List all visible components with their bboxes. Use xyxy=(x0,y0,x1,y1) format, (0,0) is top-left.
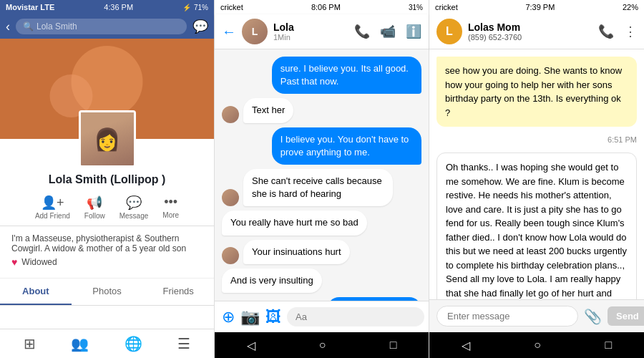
back-nav-icon3[interactable]: ◁ xyxy=(462,339,470,352)
sent-message3: Oh thanks.. I was hoping she would get t… xyxy=(436,153,637,299)
profile-name: Lola Smith (Lollipop ) xyxy=(0,173,214,186)
more-button[interactable]: ••• More xyxy=(162,195,179,220)
follow-button[interactable]: 📢 Follow xyxy=(84,195,105,220)
chat-header-panel2: ← L Lola 1Min 📞 📹 ℹ️ xyxy=(215,14,429,49)
add-friend-button[interactable]: 👤+ Add Friend xyxy=(35,195,70,220)
home-nav-icon2[interactable]: ○ xyxy=(319,339,326,352)
message-input2[interactable] xyxy=(287,307,424,326)
home-icon[interactable]: ⊞ xyxy=(24,335,36,352)
message-text3: Oh thanks.. I was hoping she would get t… xyxy=(446,162,627,299)
message-text: You really have hurt me so bad xyxy=(230,217,358,228)
add-icon2[interactable]: ⊕ xyxy=(222,308,235,326)
relationship-status: Widowed xyxy=(21,257,57,267)
message-row: You really have hurt me so bad xyxy=(222,211,421,235)
message-text: sure. I believe you. Its all good. Past … xyxy=(280,63,409,87)
profile-avatar: 👩 xyxy=(79,110,136,168)
menu-icon[interactable]: ☰ xyxy=(177,335,190,352)
tab-about[interactable]: About xyxy=(0,279,72,305)
search-icon: 🔍 xyxy=(23,21,34,32)
phone-icon2[interactable]: 📞 xyxy=(354,24,370,39)
image-icon2[interactable]: 🖼 xyxy=(265,308,281,326)
message-text: And is very insulting xyxy=(230,275,313,286)
more-label: More xyxy=(162,211,179,219)
sms-chat-panel: cricket 7:39 PM 22% L Lolas Mom (859) 65… xyxy=(429,0,644,358)
battery-label3: 22% xyxy=(623,3,638,11)
input-bar2: ⊕ 📷 🖼 😊 👍 xyxy=(215,301,429,332)
home-nav-icon3[interactable]: ○ xyxy=(534,339,541,352)
info-icon2[interactable]: ℹ️ xyxy=(406,24,421,39)
globe-icon[interactable]: 🌐 xyxy=(125,335,142,352)
battery-label2: 31% xyxy=(409,4,423,11)
bottom-nav-panel1: ⊞ 👥 🌐 ☰ xyxy=(0,329,214,358)
video-icon2[interactable]: 📹 xyxy=(380,24,396,39)
sender-avatar xyxy=(222,247,239,264)
bio-content: I'm a Masseuse, physiotherapist & Southe… xyxy=(11,233,203,253)
sent-bubble: sure. I believe you. Its all good. Past … xyxy=(272,57,421,94)
recents-nav-icon2[interactable]: □ xyxy=(390,339,397,352)
received-bubble: Your insinuations hurt xyxy=(243,240,350,264)
back-button[interactable]: ‹ xyxy=(6,19,10,34)
avatar-image: 👩 xyxy=(81,112,134,165)
received-bubble: And is very insulting xyxy=(222,268,322,293)
friends-nav-icon[interactable]: 👥 xyxy=(71,335,89,352)
more-icon3[interactable]: ⋮ xyxy=(624,24,637,39)
chat-status2: 1Min xyxy=(273,33,348,42)
heart-icon: ♥ xyxy=(11,256,17,268)
add-friend-icon: 👤+ xyxy=(41,195,64,211)
bluetooth-icon: ⚡ xyxy=(182,4,191,11)
tab-photos[interactable]: Photos xyxy=(72,279,143,305)
follow-icon: 📢 xyxy=(87,195,102,211)
search-text: Lola Smith xyxy=(36,21,77,32)
back-button2[interactable]: ← xyxy=(222,24,236,40)
status-icons: ⚡ 71% xyxy=(182,4,208,11)
sender-avatar xyxy=(222,189,239,206)
timestamp3: 6:51 PM xyxy=(436,135,637,144)
tab-friends[interactable]: Friends xyxy=(142,279,214,305)
statusbar-panel1: Movistar LTE 4:36 PM ⚡ 71% xyxy=(0,0,214,14)
send-button3[interactable]: Send xyxy=(608,306,644,326)
received-bubble: She can't receive calls because she is h… xyxy=(243,169,393,206)
message-input3[interactable] xyxy=(436,306,578,326)
sender-avatar xyxy=(222,106,239,123)
message-text: I believe you. You don't have to prove a… xyxy=(280,134,409,158)
messenger-chat-panel: cricket 8:06 PM 31% ← L Lola 1Min 📞 📹 ℹ️… xyxy=(215,0,429,358)
back-nav-icon2[interactable]: ◁ xyxy=(247,339,255,352)
chat-avatar2: L xyxy=(242,19,268,44)
header-info3: Lolas Mom (859) 652-3760 xyxy=(468,21,592,42)
received-bubble: You really have hurt me so bad xyxy=(222,211,367,235)
message-row: She can't receive calls because she is h… xyxy=(222,169,421,206)
statusbar-panel2: cricket 8:06 PM 31% xyxy=(215,0,429,14)
attach-icon3[interactable]: 📎 xyxy=(584,308,602,325)
recents-nav-icon3[interactable]: □ xyxy=(605,339,613,352)
input-bar3: 📎 Send xyxy=(429,299,644,332)
message-text: Your insinuations hurt xyxy=(252,246,341,257)
received-message3: see how you are doing. She wants to know… xyxy=(436,57,637,127)
time-label: 4:36 PM xyxy=(104,3,133,11)
messages-list2: sure. I believe you. Its all good. Past … xyxy=(215,49,429,301)
phone-icon3[interactable]: 📞 xyxy=(598,24,614,39)
message-text3: see how you are doing. She wants to know… xyxy=(445,65,622,118)
profile-actions: 👤+ Add Friend 📢 Follow 💬 Message ••• Mor… xyxy=(0,189,214,226)
camera-icon2[interactable]: 📷 xyxy=(240,308,260,326)
follow-label: Follow xyxy=(84,212,105,220)
header-info2: Lola 1Min xyxy=(273,21,348,42)
search-field[interactable]: 🔍 Lola Smith xyxy=(16,19,187,34)
received-bubble: Text her xyxy=(243,98,293,122)
contact-phone3: (859) 652-3760 xyxy=(468,33,592,42)
battery-percent2: 31% xyxy=(409,4,423,11)
message-button[interactable]: 💬 Message xyxy=(119,195,149,220)
send-label3: Send xyxy=(616,311,639,321)
carrier-label3: cricket xyxy=(435,3,458,11)
friends-label: Friends xyxy=(163,286,194,296)
time-label3: 7:39 PM xyxy=(525,3,555,11)
time-label2: 8:06 PM xyxy=(311,3,341,11)
chat-name2: Lola xyxy=(273,21,348,33)
avatar-container: 👩 xyxy=(0,110,214,168)
chat-header-panel3: L Lolas Mom (859) 652-3760 📞 ⋮ xyxy=(429,14,644,49)
messenger-icon[interactable]: 💬 xyxy=(192,19,208,34)
about-label: About xyxy=(22,286,49,296)
bio-text: I'm a Masseuse, physiotherapist & Southe… xyxy=(11,233,203,253)
search-bar: ‹ 🔍 Lola Smith 💬 xyxy=(0,14,214,39)
header-actions2: 📞 📹 ℹ️ xyxy=(354,24,421,39)
add-friend-label: Add Friend xyxy=(35,212,70,220)
